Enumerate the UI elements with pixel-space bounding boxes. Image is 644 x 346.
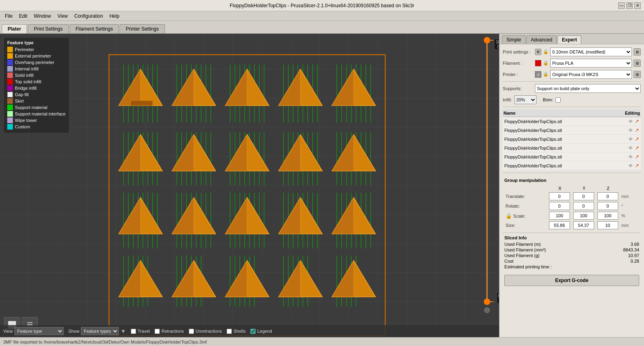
obj-edit-icon-3[interactable]: ↗ [635, 136, 639, 142]
obj-eye-icon-4[interactable]: 👁 [628, 145, 633, 151]
perimeter-label: Perimeter [15, 47, 34, 52]
obj-eye-icon-1[interactable]: 👁 [628, 119, 633, 124]
filament-volume-label: Used Filament (mm³) [504, 247, 546, 252]
infill-select[interactable]: 20% 5% 10% 15% 25% 40% 60% 80% 100% [514, 95, 537, 104]
printer-icon: 🖨 [535, 71, 541, 78]
menu-configuration[interactable]: Configuration [71, 12, 106, 20]
size-x[interactable] [549, 221, 570, 229]
title-text: FloppyDiskHolderTopClips - PrusaSlicer-2… [230, 3, 415, 8]
scene-canvas [0, 34, 499, 337]
obj-eye-icon-2[interactable]: 👁 [628, 128, 633, 133]
tab-printer-settings[interactable]: Printer Settings [120, 24, 165, 33]
layer-slider[interactable]: 10.00 (99) 0.20 (1) [483, 34, 491, 325]
printer-settings-control: 🖨 🔒 Original Prusa i3 MK2S ⚙ [535, 70, 641, 79]
size-y[interactable] [573, 221, 594, 229]
tab-filament-settings[interactable]: Filament Settings [70, 24, 119, 33]
obj-eye-icon-5[interactable]: 👁 [628, 154, 633, 160]
settings-tab-simple[interactable]: Simple [502, 35, 526, 44]
filament-length-val: 3.68 [631, 242, 639, 247]
support-material-interface-label: Support material interface [15, 111, 66, 116]
translate-x[interactable] [549, 192, 570, 200]
slider-settings-btn[interactable] [484, 307, 490, 313]
viewport[interactable]: Feature type Perimeter External perimete… [0, 34, 499, 337]
filament-lock: 🔒 [543, 60, 549, 66]
size-label: Size: [504, 220, 548, 230]
filament-weight-row: Used Filament (g) 10.97 [504, 253, 639, 258]
obj-edit-icon-6[interactable]: ↗ [635, 163, 639, 169]
window-controls[interactable]: — ❐ ✕ [618, 2, 641, 9]
rotate-y[interactable] [573, 202, 594, 210]
slider-handle-top[interactable] [484, 37, 490, 43]
size-z[interactable] [597, 221, 618, 229]
slider-line [487, 43, 487, 302]
tab-print-settings[interactable]: Print Settings [28, 24, 68, 33]
scale-z[interactable] [597, 212, 618, 220]
minimize-button[interactable]: — [618, 2, 625, 9]
view-label: View [3, 329, 13, 334]
export-gcode-button[interactable]: Export G-code [504, 275, 639, 286]
print-settings-select[interactable]: 0.10mm DETAIL (modified) [550, 47, 632, 56]
translate-z[interactable] [597, 192, 618, 200]
printer-config[interactable]: ⚙ [634, 71, 641, 78]
external-perimeter-color [7, 53, 13, 59]
legend-item-solid-infill: Solid infill [7, 72, 66, 78]
scale-x[interactable] [549, 212, 570, 220]
obj-row: FloppyDiskHolderTopClips.stl 👁 ↗ [503, 161, 641, 170]
legend-checkbox[interactable] [250, 329, 256, 334]
filament-settings-row: Filament : 🔒 Prusa PLA ⚙ [503, 59, 641, 68]
printer-select[interactable]: Original Prusa i3 MK2S [550, 70, 632, 79]
obj-eye-icon-3[interactable]: 👁 [628, 136, 633, 142]
legend-item-gap-fill: Gap fill [7, 92, 66, 97]
tab-plater[interactable]: Plater [2, 24, 27, 33]
support-material-interface-color [7, 111, 13, 117]
show-dropdown-icon[interactable]: ▼ [120, 328, 126, 334]
obj-name-3: FloppyDiskHolderTopClips.stl [504, 137, 627, 142]
supports-select[interactable]: Support on build plate only Everywhere N… [535, 84, 641, 93]
rotate-unit: ° [620, 201, 639, 211]
print-settings-config[interactable]: ⚙ [634, 48, 641, 56]
obj-edit-icon-2[interactable]: ↗ [635, 127, 639, 133]
brim-checkbox[interactable] [555, 97, 561, 103]
filament-select[interactable]: Prusa PLA [550, 59, 632, 68]
rotate-label: Rotate: [504, 201, 548, 211]
obj-edit-icon-1[interactable]: ↗ [635, 118, 639, 124]
filament-weight-label: Used Filament (g) [504, 253, 539, 258]
menu-edit[interactable]: Edit [16, 12, 31, 20]
print-settings-gear[interactable]: ⚙ [535, 49, 541, 55]
filament-settings-control: 🔒 Prusa PLA ⚙ [535, 59, 641, 68]
filament-length-label: Used Filament (m) [504, 242, 541, 247]
obj-edit-icon-5[interactable]: ↗ [635, 154, 639, 160]
obj-edit-icon-4[interactable]: ↗ [635, 145, 639, 151]
close-button[interactable]: ✕ [634, 2, 641, 9]
settings-tab-advanced[interactable]: Advanced [526, 35, 557, 44]
menu-help[interactable]: Help [106, 12, 123, 20]
obj-name-1: FloppyDiskHolderTopClips.stl [504, 119, 627, 124]
retractions-control: Retractions [155, 329, 184, 334]
settings-tab-expert[interactable]: Expert [557, 35, 581, 44]
slider-handle-bottom[interactable] [484, 299, 490, 305]
rotate-z[interactable] [597, 202, 618, 210]
menu-window[interactable]: Window [31, 12, 54, 20]
show-select[interactable]: Feature types All [81, 327, 119, 335]
shells-checkbox[interactable] [227, 329, 232, 334]
filament-config[interactable]: ⚙ [634, 60, 641, 67]
printer-settings-row: Printer : 🖨 🔒 Original Prusa i3 MK2S ⚙ [503, 70, 641, 79]
support-material-color [7, 105, 13, 110]
legend-item-skirt: Skirt [7, 98, 66, 104]
translate-y[interactable] [573, 192, 594, 200]
menu-view[interactable]: View [54, 12, 71, 20]
scale-lock-icon[interactable]: 🔒 [506, 213, 512, 219]
rotate-x[interactable] [549, 202, 570, 210]
obj-list-name-header: Name [504, 111, 516, 115]
travel-checkbox[interactable] [131, 329, 136, 334]
unretractions-checkbox[interactable] [189, 329, 194, 334]
legend-item-bridge-infill: Bridge infill [7, 85, 66, 91]
maximize-button[interactable]: ❐ [626, 2, 633, 9]
retractions-checkbox[interactable] [155, 329, 160, 334]
menu-file[interactable]: File [2, 12, 16, 20]
print-time-label: Estimated printing time : [504, 264, 552, 269]
filament-color-swatch [535, 60, 541, 66]
scale-y[interactable] [573, 212, 594, 220]
view-select[interactable]: Feature type Line type Height Width Spee… [14, 327, 64, 335]
obj-eye-icon-6[interactable]: 👁 [628, 163, 633, 169]
